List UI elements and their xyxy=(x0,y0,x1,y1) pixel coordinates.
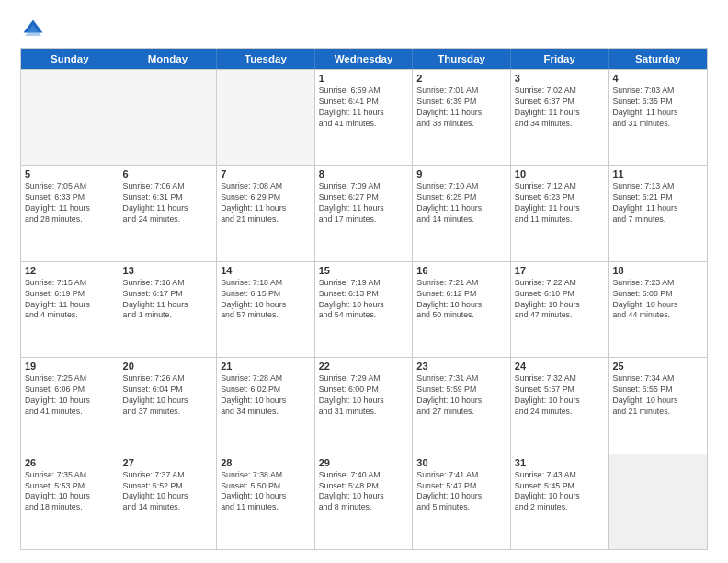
day-info: Sunrise: 7:15 AM Sunset: 6:19 PM Dayligh… xyxy=(25,278,115,322)
cal-week-4: 19Sunrise: 7:25 AM Sunset: 6:06 PM Dayli… xyxy=(21,357,707,453)
cal-cell: 21Sunrise: 7:28 AM Sunset: 6:02 PM Dayli… xyxy=(217,358,315,453)
day-number: 14 xyxy=(221,265,311,276)
day-number: 11 xyxy=(612,168,703,179)
cal-cell: 11Sunrise: 7:13 AM Sunset: 6:21 PM Dayli… xyxy=(609,166,707,260)
cal-cell: 27Sunrise: 7:37 AM Sunset: 5:52 PM Dayli… xyxy=(119,454,218,549)
cal-cell: 26Sunrise: 7:35 AM Sunset: 5:53 PM Dayli… xyxy=(21,454,119,549)
cal-header-saturday: Saturday xyxy=(609,49,707,69)
day-number: 30 xyxy=(416,457,506,468)
cal-cell: 24Sunrise: 7:32 AM Sunset: 5:57 PM Dayli… xyxy=(511,358,609,453)
header xyxy=(20,17,708,42)
day-number: 31 xyxy=(515,457,605,468)
cal-cell: 13Sunrise: 7:16 AM Sunset: 6:17 PM Dayli… xyxy=(119,262,218,357)
cal-cell: 3Sunrise: 7:02 AM Sunset: 6:37 PM Daylig… xyxy=(511,70,609,165)
day-number: 5 xyxy=(25,168,115,179)
day-number: 15 xyxy=(319,265,409,276)
day-info: Sunrise: 7:22 AM Sunset: 6:10 PM Dayligh… xyxy=(515,278,605,322)
day-info: Sunrise: 7:21 AM Sunset: 6:12 PM Dayligh… xyxy=(416,278,506,322)
day-number: 16 xyxy=(416,265,506,276)
cal-cell: 8Sunrise: 7:09 AM Sunset: 6:27 PM Daylig… xyxy=(315,166,414,260)
day-info: Sunrise: 7:25 AM Sunset: 6:06 PM Dayligh… xyxy=(25,373,115,418)
day-info: Sunrise: 7:32 AM Sunset: 5:57 PM Dayligh… xyxy=(515,373,605,418)
day-number: 17 xyxy=(515,265,605,276)
cal-cell: 9Sunrise: 7:10 AM Sunset: 6:25 PM Daylig… xyxy=(413,166,511,260)
calendar-header-row: SundayMondayTuesdayWednesdayThursdayFrid… xyxy=(21,49,707,69)
day-info: Sunrise: 7:29 AM Sunset: 6:00 PM Dayligh… xyxy=(319,373,409,418)
cal-cell: 29Sunrise: 7:40 AM Sunset: 5:48 PM Dayli… xyxy=(315,454,414,549)
cal-header-wednesday: Wednesday xyxy=(315,49,414,69)
day-number: 27 xyxy=(123,457,213,468)
day-info: Sunrise: 7:08 AM Sunset: 6:29 PM Dayligh… xyxy=(221,181,311,225)
cal-cell: 19Sunrise: 7:25 AM Sunset: 6:06 PM Dayli… xyxy=(21,358,119,453)
day-info: Sunrise: 7:02 AM Sunset: 6:37 PM Dayligh… xyxy=(515,86,605,130)
cal-cell xyxy=(21,70,119,165)
cal-cell: 28Sunrise: 7:38 AM Sunset: 5:50 PM Dayli… xyxy=(217,454,315,549)
cal-cell: 14Sunrise: 7:18 AM Sunset: 6:15 PM Dayli… xyxy=(217,262,315,357)
day-number: 28 xyxy=(221,457,311,468)
cal-cell xyxy=(217,70,315,165)
logo xyxy=(20,17,50,42)
cal-cell: 22Sunrise: 7:29 AM Sunset: 6:00 PM Dayli… xyxy=(315,358,414,453)
day-info: Sunrise: 7:19 AM Sunset: 6:13 PM Dayligh… xyxy=(319,278,409,322)
day-info: Sunrise: 7:10 AM Sunset: 6:25 PM Dayligh… xyxy=(416,181,506,225)
cal-cell: 10Sunrise: 7:12 AM Sunset: 6:23 PM Dayli… xyxy=(511,166,609,260)
day-number: 21 xyxy=(221,361,311,372)
cal-cell: 25Sunrise: 7:34 AM Sunset: 5:55 PM Dayli… xyxy=(609,358,707,453)
day-number: 18 xyxy=(612,265,703,276)
cal-cell: 5Sunrise: 7:05 AM Sunset: 6:33 PM Daylig… xyxy=(21,166,119,260)
day-info: Sunrise: 6:59 AM Sunset: 6:41 PM Dayligh… xyxy=(319,86,409,130)
day-info: Sunrise: 7:28 AM Sunset: 6:02 PM Dayligh… xyxy=(221,373,311,418)
cal-cell: 30Sunrise: 7:41 AM Sunset: 5:47 PM Dayli… xyxy=(413,454,511,549)
cal-cell: 17Sunrise: 7:22 AM Sunset: 6:10 PM Dayli… xyxy=(511,262,609,357)
day-number: 26 xyxy=(25,457,115,468)
day-number: 24 xyxy=(515,361,605,372)
cal-header-thursday: Thursday xyxy=(413,49,511,69)
day-info: Sunrise: 7:40 AM Sunset: 5:48 PM Dayligh… xyxy=(319,470,409,514)
day-number: 6 xyxy=(123,168,213,179)
cal-header-tuesday: Tuesday xyxy=(217,49,315,69)
cal-cell: 16Sunrise: 7:21 AM Sunset: 6:12 PM Dayli… xyxy=(413,262,511,357)
day-number: 1 xyxy=(319,73,409,84)
day-info: Sunrise: 7:34 AM Sunset: 5:55 PM Dayligh… xyxy=(612,373,703,418)
day-info: Sunrise: 7:16 AM Sunset: 6:17 PM Dayligh… xyxy=(123,278,213,322)
day-number: 20 xyxy=(123,361,213,372)
cal-cell: 7Sunrise: 7:08 AM Sunset: 6:29 PM Daylig… xyxy=(217,166,315,260)
day-number: 4 xyxy=(612,73,703,84)
day-info: Sunrise: 7:23 AM Sunset: 6:08 PM Dayligh… xyxy=(612,278,703,322)
calendar: SundayMondayTuesdayWednesdayThursdayFrid… xyxy=(20,48,708,550)
cal-cell: 18Sunrise: 7:23 AM Sunset: 6:08 PM Dayli… xyxy=(609,262,707,357)
day-number: 12 xyxy=(25,265,115,276)
day-info: Sunrise: 7:03 AM Sunset: 6:35 PM Dayligh… xyxy=(612,86,703,130)
day-number: 23 xyxy=(416,361,506,372)
day-info: Sunrise: 7:26 AM Sunset: 6:04 PM Dayligh… xyxy=(123,373,213,418)
day-number: 19 xyxy=(25,361,115,372)
day-number: 10 xyxy=(515,168,605,179)
cal-header-sunday: Sunday xyxy=(21,49,119,69)
cal-week-5: 26Sunrise: 7:35 AM Sunset: 5:53 PM Dayli… xyxy=(21,454,707,549)
day-number: 8 xyxy=(319,168,409,179)
day-number: 7 xyxy=(221,168,311,179)
day-number: 25 xyxy=(612,361,703,372)
cal-cell: 1Sunrise: 6:59 AM Sunset: 6:41 PM Daylig… xyxy=(315,70,414,165)
day-info: Sunrise: 7:13 AM Sunset: 6:21 PM Dayligh… xyxy=(612,181,703,225)
day-info: Sunrise: 7:43 AM Sunset: 5:45 PM Dayligh… xyxy=(515,470,605,514)
day-info: Sunrise: 7:09 AM Sunset: 6:27 PM Dayligh… xyxy=(319,181,409,225)
day-info: Sunrise: 7:31 AM Sunset: 5:59 PM Dayligh… xyxy=(416,373,506,418)
day-info: Sunrise: 7:06 AM Sunset: 6:31 PM Dayligh… xyxy=(123,181,213,225)
calendar-body: 1Sunrise: 6:59 AM Sunset: 6:41 PM Daylig… xyxy=(21,69,707,549)
cal-cell: 31Sunrise: 7:43 AM Sunset: 5:45 PM Dayli… xyxy=(511,454,609,549)
day-info: Sunrise: 7:01 AM Sunset: 6:39 PM Dayligh… xyxy=(416,86,506,130)
cal-cell xyxy=(609,454,707,549)
cal-cell xyxy=(119,70,218,165)
cal-cell: 4Sunrise: 7:03 AM Sunset: 6:35 PM Daylig… xyxy=(609,70,707,165)
day-number: 22 xyxy=(319,361,409,372)
day-info: Sunrise: 7:37 AM Sunset: 5:52 PM Dayligh… xyxy=(123,470,213,514)
cal-cell: 23Sunrise: 7:31 AM Sunset: 5:59 PM Dayli… xyxy=(413,358,511,453)
day-number: 2 xyxy=(416,73,506,84)
day-info: Sunrise: 7:38 AM Sunset: 5:50 PM Dayligh… xyxy=(221,470,311,514)
day-number: 9 xyxy=(416,168,506,179)
page: SundayMondayTuesdayWednesdayThursdayFrid… xyxy=(0,0,728,563)
cal-week-2: 5Sunrise: 7:05 AM Sunset: 6:33 PM Daylig… xyxy=(21,165,707,260)
day-info: Sunrise: 7:41 AM Sunset: 5:47 PM Dayligh… xyxy=(416,470,506,514)
cal-header-monday: Monday xyxy=(119,49,218,69)
